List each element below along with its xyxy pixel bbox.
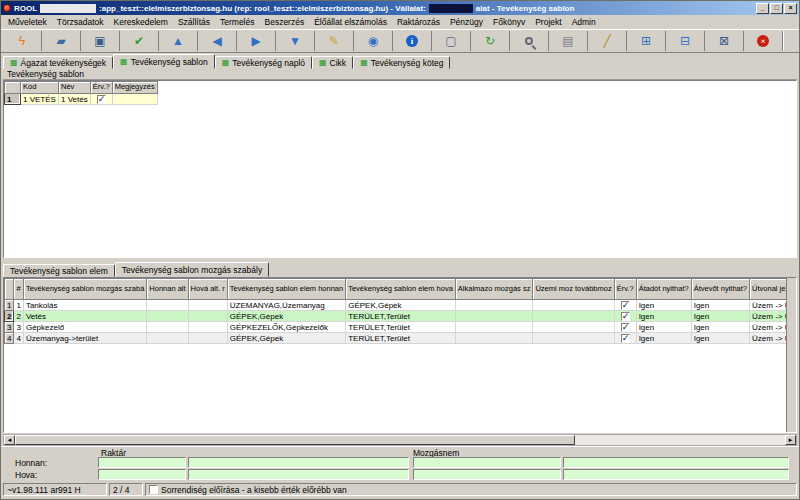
- refresh-button[interactable]: ↻: [471, 31, 510, 51]
- column-header-átvevőt-nyithat[interactable]: Átvevőt nyithat?: [691, 279, 749, 300]
- hova-raktar-nev-field[interactable]: [188, 469, 409, 480]
- checkbox-checked-icon[interactable]: [97, 95, 106, 104]
- previous-record-button[interactable]: ◀: [198, 31, 237, 51]
- scroll-left-button[interactable]: ◄: [4, 435, 15, 445]
- table-row[interactable]: 11TankolásÜZEMANYAG,ÜzemanyagGÉPEK,Gépek…: [5, 300, 798, 311]
- scroll-right-button[interactable]: ►: [785, 435, 796, 445]
- minimize-button[interactable]: _: [756, 3, 769, 14]
- run-button[interactable]: ϟ: [3, 31, 42, 51]
- tab-tevékenység-sablon[interactable]: ▦Tevékenység sablon: [113, 54, 215, 69]
- tab-tevékenység-sablon-elem[interactable]: Tevékenység sablon elem: [3, 264, 115, 277]
- tab-tevékenység-sablon-mozgás-szabály[interactable]: Tevékenység sablon mozgás szabály: [115, 262, 269, 277]
- column-header-érv[interactable]: Érv.?: [90, 82, 112, 94]
- scrollbar-track[interactable]: [575, 435, 785, 445]
- column-header-üzemi-moz-továbbmoz[interactable]: Üzemi moz továbbmoz: [533, 279, 614, 300]
- hova-raktar-kod-field[interactable]: [98, 469, 186, 480]
- menu-item-törzsadatok[interactable]: Törzsadatok: [52, 16, 109, 28]
- accept-icon: ✔: [134, 35, 144, 47]
- hova-mozgasnem-nev-field[interactable]: [563, 469, 789, 480]
- table-row[interactable]: 33GépkezelőGÉPKEZELŐK,GépkezelőkTERÜLET,…: [5, 322, 798, 333]
- checkbox-checked-icon[interactable]: [621, 323, 630, 332]
- row-selector[interactable]: 1: [5, 94, 21, 105]
- menu-item-beszerzés[interactable]: Beszerzés: [259, 16, 309, 28]
- open-folder-button[interactable]: ▰: [42, 31, 81, 51]
- table-import-button[interactable]: ⊟: [666, 31, 705, 51]
- column-header-num[interactable]: #: [14, 279, 23, 300]
- tab-tevékenység-napló[interactable]: ▦Tevékenység napló: [215, 56, 312, 69]
- cell-átadót-nyithat: Igen: [636, 300, 691, 311]
- menu-item-raktározás[interactable]: Raktározás: [392, 16, 445, 28]
- restore-button[interactable]: □: [770, 3, 783, 14]
- menu-item-szállítás[interactable]: Szállítás: [173, 16, 215, 28]
- column-header-megjegyzés[interactable]: Megjegyzés: [112, 82, 157, 94]
- search-button[interactable]: [510, 31, 549, 51]
- edit-button[interactable]: ✎: [315, 31, 354, 51]
- honnan-mozgasnem-nev-field[interactable]: [563, 457, 789, 468]
- checkbox-checked-icon[interactable]: [621, 312, 630, 321]
- sort-checkbox[interactable]: [149, 485, 158, 494]
- table-row[interactable]: 22VetésGÉPEK,GépekTERÜLET,TerületIgenIge…: [5, 311, 798, 322]
- tab-ágazat-tevékenységek[interactable]: ▦Ágazat tevékenységek: [3, 56, 113, 69]
- column-header-átadót-nyithat[interactable]: Átadót nyithat?: [636, 279, 691, 300]
- menu-item-admin[interactable]: Admin: [567, 16, 601, 28]
- column-header-hová-alt-r[interactable]: Hová alt. r: [188, 279, 227, 300]
- tab-label: Tevékenység sablon: [131, 57, 208, 67]
- first-record-button[interactable]: ▲: [159, 31, 198, 51]
- last-record-button[interactable]: ▼: [276, 31, 315, 51]
- column-header-tevékenység-sablon-elem-hova[interactable]: Tevékenység sablon elem hova: [346, 279, 456, 300]
- vertical-scrollbar[interactable]: [786, 278, 796, 432]
- column-header-alkalmazo-mozgás-sz[interactable]: Alkalmazo mozgás sz: [455, 279, 533, 300]
- tab-cikk[interactable]: ▦Cikk: [312, 56, 353, 69]
- cell-tevékenység-sablon-elem-honnan: ÜZEMANYAG,Üzemanyag: [227, 300, 345, 311]
- row-selector[interactable]: 1: [5, 300, 14, 311]
- clean-button[interactable]: ╱: [588, 31, 627, 51]
- column-header-érv[interactable]: Érv.?: [614, 279, 636, 300]
- save-button[interactable]: ▣: [81, 31, 120, 51]
- menu-item-termelés[interactable]: Termelés: [215, 16, 259, 28]
- honnan-mozgasnem-kod-field[interactable]: [413, 457, 561, 468]
- column-header-tevékenység-sablon-mozgás-szabá[interactable]: Tevékenység sablon mozgás szabá: [23, 279, 146, 300]
- checkbox-checked-icon[interactable]: [621, 334, 630, 343]
- column-header-tevékenység-sablon-elem-honnan[interactable]: Tevékenység sablon elem honnan: [227, 279, 345, 300]
- title-suffix: alat - Tevékenység sablon: [476, 4, 575, 13]
- row-selector[interactable]: 3: [5, 322, 14, 333]
- scrollbar-thumb[interactable]: [15, 435, 575, 445]
- cell-hová-alt-r: [188, 300, 227, 311]
- accept-button[interactable]: ✔: [120, 31, 159, 51]
- exit-button[interactable]: ×: [744, 31, 783, 51]
- table-export-button[interactable]: ⊞: [627, 31, 666, 51]
- tab-tevékenység-köteg[interactable]: ▦Tevékenység köteg: [353, 56, 450, 69]
- column-header-kód[interactable]: Kód: [21, 82, 59, 94]
- cell-tevékenység-sablon-elem-honnan: GÉPKEZELŐK,Gépkezelők: [227, 322, 345, 333]
- honnan-raktar-kod-field[interactable]: [98, 457, 186, 468]
- grid-corner: [5, 279, 14, 300]
- table-row[interactable]: 11 VETÉS1 Vetés: [5, 94, 158, 105]
- menu-item-élőállat-elszámolás[interactable]: Élőállat elszámolás: [309, 16, 392, 28]
- printer-button[interactable]: ▤: [549, 31, 588, 51]
- menu-item-főkönyv[interactable]: Főkönyv: [488, 16, 530, 28]
- window-view-button[interactable]: ⊠: [705, 31, 744, 51]
- honnan-raktar-nev-field[interactable]: [188, 457, 409, 468]
- grid-icon: ▦: [319, 59, 327, 67]
- info-button[interactable]: i: [393, 31, 432, 51]
- table-row[interactable]: 44Üzemanyag->területGÉPEK,GépekTERÜLET,T…: [5, 333, 798, 344]
- form-view-button[interactable]: ▢: [432, 31, 471, 51]
- checkbox-checked-icon[interactable]: [621, 301, 630, 310]
- menu-item-pénzügy[interactable]: Pénzügy: [445, 16, 488, 28]
- column-header-név[interactable]: Név: [59, 82, 91, 94]
- close-button[interactable]: ×: [784, 3, 797, 14]
- cell-érv: [614, 300, 636, 311]
- menu-item-projekt[interactable]: Projekt: [530, 16, 566, 28]
- hova-mozgasnem-kod-field[interactable]: [413, 469, 561, 480]
- refresh-icon: ↻: [485, 35, 495, 47]
- next-record-button[interactable]: ▶: [237, 31, 276, 51]
- row-selector[interactable]: 2: [5, 311, 14, 322]
- row-selector[interactable]: 4: [5, 333, 14, 344]
- menu-item-kereskedelem[interactable]: Kereskedelem: [109, 16, 173, 28]
- cell-érv: [614, 311, 636, 322]
- section-label: Tevékenység sablon: [3, 69, 797, 80]
- globe-button[interactable]: ◉: [354, 31, 393, 51]
- column-header-honnan-alt[interactable]: Honnan alt: [147, 279, 188, 300]
- app-name: ROOL: [14, 4, 37, 13]
- menu-item-műveletek[interactable]: Műveletek: [3, 16, 52, 28]
